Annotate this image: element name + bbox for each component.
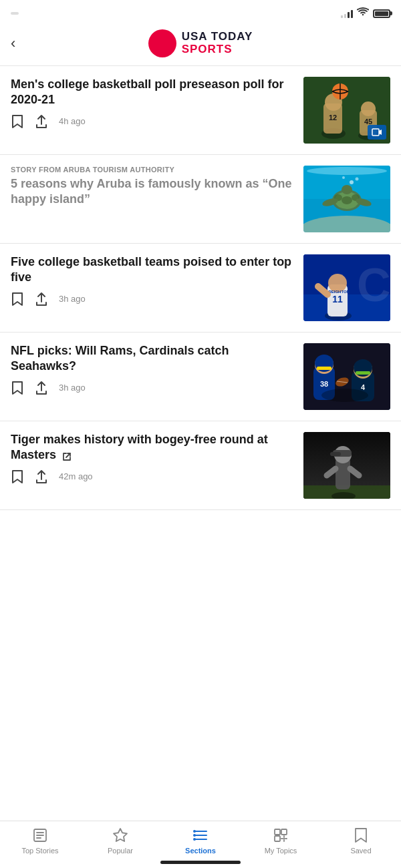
svg-point-26 (356, 178, 359, 181)
svg-text:4: 4 (361, 383, 366, 391)
svg-point-21 (342, 185, 352, 194)
status-time (11, 12, 19, 15)
share-icon[interactable] (35, 381, 48, 395)
article-sponsor: STORY FROM ARUBA TOURISM AUTHORITY (11, 166, 295, 174)
article-time: 3h ago (59, 294, 86, 304)
svg-point-25 (342, 176, 345, 179)
back-button[interactable]: ‹ (11, 35, 15, 52)
svg-text:12: 12 (329, 114, 337, 122)
article-title: 5 reasons why Aruba is famously known as… (11, 176, 295, 208)
logo-sports: SPORTS (182, 43, 253, 56)
svg-point-70 (193, 830, 196, 833)
bookmark-icon[interactable] (11, 292, 24, 306)
article-time: 42m ago (59, 471, 93, 481)
status-icons (341, 7, 390, 19)
header: ‹ USA TODAY SPORTS (0, 24, 401, 66)
battery-icon (373, 9, 390, 18)
sections-icon (192, 827, 209, 844)
svg-point-8 (361, 101, 376, 116)
article-time: 4h ago (59, 116, 86, 126)
svg-rect-46 (356, 371, 370, 375)
svg-text:38: 38 (320, 380, 328, 388)
article-meta: 3h ago (11, 292, 295, 306)
svg-text:C: C (357, 259, 390, 311)
logo-usa-today: USA TODAY (182, 31, 253, 43)
svg-marker-66 (114, 829, 127, 841)
video-badge (368, 125, 386, 140)
article-thumbnail: 12 45 (303, 77, 390, 144)
bookmark-icon[interactable] (11, 381, 24, 395)
nav-item-saved[interactable]: Saved (334, 827, 388, 855)
svg-rect-75 (275, 836, 280, 841)
article-item[interactable]: Five college basketball teams poised to … (0, 244, 401, 333)
popular-icon (112, 827, 129, 844)
svg-rect-74 (281, 829, 287, 835)
nav-item-top-stories[interactable]: Top Stories (13, 827, 67, 855)
status-bar (0, 0, 401, 24)
svg-text:11: 11 (332, 294, 343, 304)
logo-text: USA TODAY SPORTS (182, 31, 253, 55)
logo-circle (148, 29, 176, 57)
nav-label-saved: Saved (350, 847, 371, 855)
article-thumbnail (303, 432, 390, 499)
svg-rect-76 (283, 838, 285, 839)
article-time: 3h ago (59, 383, 86, 393)
share-icon[interactable] (35, 292, 48, 306)
nav-item-popular[interactable]: Popular (94, 827, 147, 855)
top-stories-icon (31, 827, 49, 844)
articles-list: Men's college basketball poll preseason … (0, 66, 401, 510)
svg-point-15 (307, 167, 387, 175)
my-topics-icon (272, 827, 289, 844)
svg-line-51 (66, 453, 70, 457)
svg-rect-41 (317, 367, 331, 370)
article-thumbnail: C 11 CREIGHTON (303, 254, 390, 321)
article-content: Tiger makes history with bogey-free roun… (11, 432, 295, 483)
nav-item-my-topics[interactable]: My Topics (254, 827, 307, 855)
article-content: NFL picks: Will Rams, Cardinals catch Se… (11, 343, 295, 395)
nav-label-top-stories: Top Stories (21, 847, 58, 855)
svg-point-18 (342, 196, 352, 204)
article-meta: 4h ago (11, 115, 295, 128)
svg-point-24 (350, 180, 354, 184)
share-icon[interactable] (35, 115, 48, 128)
svg-rect-73 (275, 829, 280, 835)
article-meta: 3h ago (11, 381, 295, 395)
article-item[interactable]: Tiger makes history with bogey-free roun… (0, 421, 401, 510)
svg-rect-12 (372, 129, 379, 136)
svg-point-50 (321, 389, 368, 402)
svg-rect-59 (330, 452, 341, 456)
home-indicator (160, 861, 241, 864)
app-logo: USA TODAY SPORTS (148, 29, 253, 57)
article-item[interactable]: STORY FROM ARUBA TOURISM AUTHORITY 5 rea… (0, 155, 401, 244)
article-content: Five college basketball teams poised to … (11, 254, 295, 306)
saved-icon (352, 827, 370, 844)
nav-label-sections: Sections (185, 847, 216, 855)
article-content: STORY FROM ARUBA TOURISM AUTHORITY 5 rea… (11, 166, 295, 214)
article-thumbnail (303, 166, 390, 232)
external-link-icon (62, 450, 72, 462)
bookmark-icon[interactable] (11, 115, 24, 128)
share-icon[interactable] (35, 470, 48, 483)
article-item[interactable]: Men's college basketball poll preseason … (0, 66, 401, 155)
article-item[interactable]: NFL picks: Will Rams, Cardinals catch Se… (0, 333, 401, 421)
article-title: Men's college basketball poll preseason … (11, 77, 295, 108)
signal-icon (341, 9, 353, 18)
article-content: Men's college basketball poll preseason … (11, 77, 295, 128)
article-thumbnail: 38 4 (303, 343, 390, 410)
article-meta: 42m ago (11, 470, 295, 483)
bookmark-icon[interactable] (11, 470, 24, 483)
svg-point-71 (193, 834, 196, 837)
article-title: Five college basketball teams poised to … (11, 254, 295, 286)
nav-label-popular: Popular (108, 847, 133, 855)
article-title: Tiger makes history with bogey-free roun… (11, 432, 295, 463)
wifi-icon (357, 7, 369, 19)
svg-point-72 (193, 838, 196, 841)
article-title: NFL picks: Will Rams, Cardinals catch Se… (11, 343, 295, 375)
nav-item-sections[interactable]: Sections (174, 827, 227, 855)
nav-label-my-topics: My Topics (265, 847, 297, 855)
